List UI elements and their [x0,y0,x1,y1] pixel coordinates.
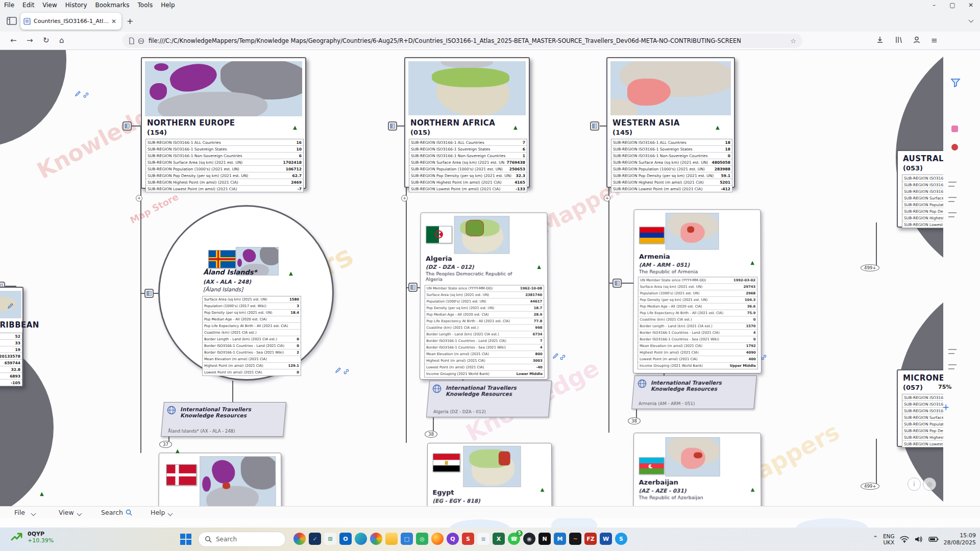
expand-triangle-icon[interactable]: ▲ [541,487,545,492]
browser-menu-item[interactable]: History [61,2,91,9]
info-circle-button[interactable]: i [908,478,921,491]
expand-triangle-icon[interactable]: ▲ [716,124,720,130]
resources-banner-armenia[interactable]: International Travellers Knowledge Resou… [631,375,757,409]
tab-close-icon[interactable]: ✕ [111,18,116,25]
map-node-icon[interactable] [408,283,418,292]
word-icon[interactable]: W [600,533,612,545]
resources-banner-aland[interactable]: International Travellers Knowledge Resou… [161,402,286,437]
edit-pencil-icon[interactable] [335,367,341,373]
tool-lines-icon[interactable] [948,364,957,365]
firefox-icon[interactable] [431,533,444,545]
country-card-algeria[interactable]: Algeria (DZ - DZA - 012) The Peoples Dem… [420,212,548,380]
tool-lines-icon[interactable] [948,212,957,213]
home-icon[interactable]: ⌂ [59,36,64,45]
expand-triangle-icon[interactable]: ▲ [289,270,293,276]
edit-pencil-icon[interactable] [7,303,13,309]
country-card-egypt[interactable]: Egypt (EG - EGY - 818) ▲ [427,443,552,506]
map-node-icon[interactable] [388,121,397,131]
map-node-icon[interactable] [122,121,132,131]
library-icon[interactable] [894,36,902,44]
map-node-icon[interactable] [144,289,154,298]
expand-triangle-icon[interactable]: ▲ [750,260,754,265]
collapse-toggle[interactable]: + [604,195,610,202]
back-icon[interactable]: ← [10,36,17,45]
tool-lines-icon[interactable] [948,349,957,350]
maximize-button[interactable]: ▢ [943,0,962,10]
start-button[interactable] [180,534,191,545]
permissions-icon[interactable] [138,38,144,44]
store-icon[interactable]: S [462,533,474,545]
outlook-icon[interactable]: O [339,533,352,545]
map-node-icon[interactable] [612,279,622,288]
browser-menu-item[interactable]: Edit [18,2,38,9]
app-menu-search[interactable]: Search [101,509,123,516]
skype-icon[interactable]: S [615,533,627,545]
notepad-icon[interactable]: ≡ [477,533,489,545]
photos-icon[interactable]: ◎ [416,533,428,545]
browser-menu-item[interactable]: Bookmarks [91,2,134,9]
firefox-view-icon[interactable] [5,14,18,28]
resources-banner-algeria[interactable]: International Travellers Knowledge Resou… [426,381,552,417]
page-info-icon[interactable] [129,37,135,44]
expand-triangle-icon[interactable]: ▲ [293,124,297,130]
collapse-toggle[interactable]: + [401,195,408,202]
language-indicator[interactable]: ENGUKX [883,533,895,545]
tool-icon-pink[interactable] [951,126,958,132]
country-card-denmark[interactable] [158,453,282,506]
edit-pencil-icon[interactable] [75,91,81,97]
edge-icon[interactable] [355,533,367,545]
expand-triangle-icon[interactable]: ▲ [751,487,755,492]
forward-icon[interactable]: → [27,36,33,45]
country-card-azerbaijan[interactable]: Azerbaijan (AZ - AZE - 031) The Republic… [633,433,762,506]
map-node-icon[interactable] [590,121,599,131]
taskbar-search[interactable]: Search [198,532,286,547]
tool-icon-red[interactable] [951,144,958,151]
close-button[interactable]: ✕ [962,0,980,10]
pinwheel-icon[interactable] [293,533,306,545]
tab-list-chevron-icon[interactable] [969,18,974,23]
expand-triangle-icon[interactable]: ▲ [537,264,541,269]
battery-icon[interactable] [928,536,939,542]
filezilla-icon[interactable]: FZ [584,533,597,545]
zoom-in-button[interactable]: + [942,402,949,412]
q-app-icon[interactable]: Q [447,533,459,545]
file-explorer-icon[interactable] [385,533,398,545]
account-icon[interactable] [913,36,921,44]
taskbar-clock[interactable]: 15:09 28/08/2025 [944,532,976,546]
collapse-toggle[interactable]: + [136,195,142,202]
browser-menu-item[interactable]: Help [157,2,179,9]
app-menu-file[interactable]: File [14,509,25,516]
node-count-badge[interactable]: 38 [628,417,641,424]
url-bar[interactable]: file:///C:/C/KnowledgeMappers/Temp/Knowl… [122,34,802,48]
whatsapp-icon[interactable]: ☎5 [508,533,520,545]
obs-icon[interactable]: ◉ [523,533,535,545]
this-pc-icon[interactable]: □ [401,533,413,545]
region-card-western-asia[interactable]: WESTERN ASIA (145) SUB-REGION ISO3166-1 … [606,57,735,188]
expand-triangle-icon[interactable]: ▲ [176,448,180,454]
node-count-badge[interactable]: 499+ [861,483,879,490]
audacity-icon[interactable]: ~ [569,533,581,545]
reload-icon[interactable]: ↻ [43,36,50,45]
browser-menu-item[interactable]: Tools [134,2,157,9]
bookmark-star-icon[interactable]: ☆ [790,37,796,45]
locate-circle-button[interactable]: ◎ [923,478,936,491]
browser-menu-item[interactable]: File [0,2,18,9]
tool-lines-icon[interactable] [948,182,957,183]
volume-icon[interactable] [914,536,923,543]
url-text[interactable]: file:///C:/C/KnowledgeMappers/Temp/Knowl… [149,37,786,44]
link-icon[interactable] [343,368,350,375]
expand-triangle-icon[interactable]: ▲ [40,491,44,496]
edit-pencil-icon[interactable] [552,353,558,359]
minimize-button[interactable]: – [925,0,943,10]
notion-icon[interactable]: N [538,533,551,545]
tray-chevron-icon[interactable]: ⌃ [873,535,878,542]
node-count-badge[interactable]: 38 [425,431,437,438]
expand-triangle-icon[interactable]: ▲ [513,124,518,130]
node-count-badge[interactable]: 37 [159,441,172,448]
wifi-icon[interactable] [900,536,909,543]
app-menu-help[interactable]: Help [151,509,165,516]
node-count-badge[interactable]: 499+ [861,264,879,271]
m-app-icon[interactable]: M [554,533,566,545]
region-card-northern-europe[interactable]: NORTHERN EUROPE (154) SUB-REGION ISO3166… [141,57,306,189]
app-menu-icon[interactable]: ≡ [931,36,938,45]
